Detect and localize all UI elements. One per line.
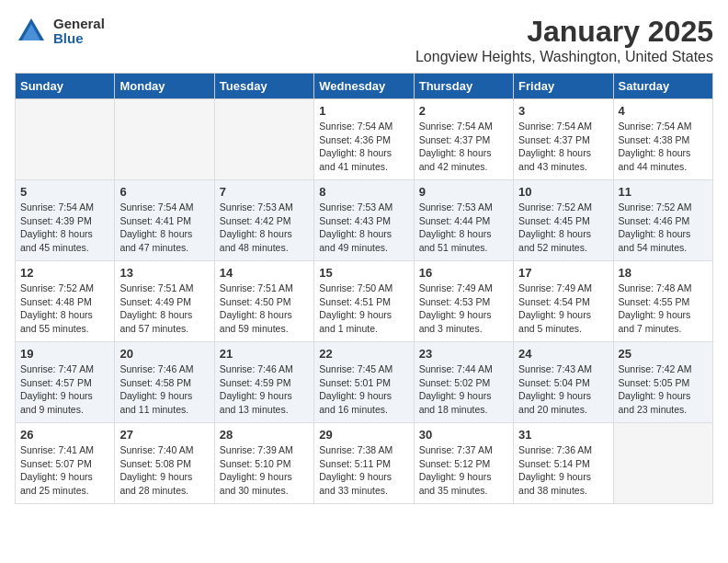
day-number-9: 9: [419, 185, 508, 199]
calendar-cell-week2-day6: 11Sunrise: 7:52 AM Sunset: 4:46 PM Dayli…: [613, 180, 712, 261]
day-info-10: Sunrise: 7:52 AM Sunset: 4:45 PM Dayligh…: [518, 201, 608, 255]
weekday-header-row: SundayMondayTuesdayWednesdayThursdayFrid…: [16, 74, 713, 99]
day-info-27: Sunrise: 7:40 AM Sunset: 5:08 PM Dayligh…: [119, 443, 209, 498]
day-number-6: 6: [119, 185, 209, 199]
calendar-cell-week4-day6: 25Sunrise: 7:42 AM Sunset: 5:05 PM Dayli…: [613, 342, 712, 423]
day-info-15: Sunrise: 7:50 AM Sunset: 4:51 PM Dayligh…: [319, 282, 408, 336]
day-info-16: Sunrise: 7:49 AM Sunset: 4:53 PM Dayligh…: [419, 282, 508, 336]
calendar-cell-week3-day6: 18Sunrise: 7:48 AM Sunset: 4:55 PM Dayli…: [613, 261, 712, 342]
day-info-31: Sunrise: 7:36 AM Sunset: 5:14 PM Dayligh…: [518, 443, 608, 498]
day-number-26: 26: [20, 428, 109, 442]
day-info-23: Sunrise: 7:44 AM Sunset: 5:02 PM Dayligh…: [419, 362, 508, 417]
calendar-cell-week2-day5: 10Sunrise: 7:52 AM Sunset: 4:45 PM Dayli…: [514, 180, 613, 261]
calendar-cell-week2-day2: 7Sunrise: 7:53 AM Sunset: 4:42 PM Daylig…: [214, 180, 313, 261]
calendar-cell-week5-day4: 30Sunrise: 7:37 AM Sunset: 5:12 PM Dayli…: [414, 423, 513, 504]
day-info-2: Sunrise: 7:54 AM Sunset: 4:37 PM Dayligh…: [419, 120, 508, 174]
logo-general-text: General: [53, 17, 105, 32]
day-number-23: 23: [419, 347, 508, 361]
day-number-31: 31: [518, 428, 608, 442]
day-number-7: 7: [220, 185, 309, 199]
calendar-cell-week1-day1: [115, 99, 214, 180]
calendar-cell-week5-day1: 27Sunrise: 7:40 AM Sunset: 5:08 PM Dayli…: [115, 423, 214, 504]
calendar-cell-week1-day2: [214, 99, 313, 180]
week-row-1: 1Sunrise: 7:54 AM Sunset: 4:36 PM Daylig…: [16, 99, 713, 180]
weekday-header-thursday: Thursday: [414, 74, 513, 99]
day-number-29: 29: [319, 428, 408, 442]
day-info-6: Sunrise: 7:54 AM Sunset: 4:41 PM Dayligh…: [119, 201, 209, 255]
page-header: General Blue January 2025 Longview Heigh…: [15, 15, 713, 65]
logo-blue-text: Blue: [53, 31, 105, 47]
calendar-cell-week3-day1: 13Sunrise: 7:51 AM Sunset: 4:49 PM Dayli…: [115, 261, 214, 342]
weekday-header-friday: Friday: [514, 74, 613, 99]
day-info-3: Sunrise: 7:54 AM Sunset: 4:37 PM Dayligh…: [518, 120, 608, 174]
day-number-30: 30: [419, 428, 508, 442]
day-number-17: 17: [518, 266, 608, 280]
day-info-1: Sunrise: 7:54 AM Sunset: 4:36 PM Dayligh…: [319, 120, 408, 174]
day-number-8: 8: [319, 185, 408, 199]
day-number-27: 27: [119, 428, 209, 442]
day-info-8: Sunrise: 7:53 AM Sunset: 4:43 PM Dayligh…: [319, 201, 408, 255]
day-info-25: Sunrise: 7:42 AM Sunset: 5:05 PM Dayligh…: [619, 362, 708, 417]
day-number-13: 13: [119, 266, 209, 280]
day-info-18: Sunrise: 7:48 AM Sunset: 4:55 PM Dayligh…: [619, 282, 708, 336]
day-info-17: Sunrise: 7:49 AM Sunset: 4:54 PM Dayligh…: [518, 282, 608, 336]
day-info-19: Sunrise: 7:47 AM Sunset: 4:57 PM Dayligh…: [20, 362, 109, 417]
calendar-cell-week1-day3: 1Sunrise: 7:54 AM Sunset: 4:36 PM Daylig…: [314, 99, 414, 180]
calendar-cell-week2-day3: 8Sunrise: 7:53 AM Sunset: 4:43 PM Daylig…: [314, 180, 414, 261]
day-info-11: Sunrise: 7:52 AM Sunset: 4:46 PM Dayligh…: [619, 201, 708, 255]
calendar-cell-week3-day5: 17Sunrise: 7:49 AM Sunset: 4:54 PM Dayli…: [514, 261, 613, 342]
day-number-28: 28: [220, 428, 309, 442]
calendar-cell-week3-day3: 15Sunrise: 7:50 AM Sunset: 4:51 PM Dayli…: [314, 261, 414, 342]
week-row-3: 12Sunrise: 7:52 AM Sunset: 4:48 PM Dayli…: [16, 261, 713, 342]
day-info-26: Sunrise: 7:41 AM Sunset: 5:07 PM Dayligh…: [20, 443, 109, 498]
weekday-header-monday: Monday: [115, 74, 214, 99]
month-title: January 2025: [415, 15, 713, 49]
day-number-14: 14: [220, 266, 309, 280]
day-number-15: 15: [319, 266, 408, 280]
calendar-cell-week4-day3: 22Sunrise: 7:45 AM Sunset: 5:01 PM Dayli…: [314, 342, 414, 423]
day-info-14: Sunrise: 7:51 AM Sunset: 4:50 PM Dayligh…: [220, 282, 309, 336]
day-number-20: 20: [119, 347, 209, 361]
day-number-25: 25: [619, 347, 708, 361]
week-row-5: 26Sunrise: 7:41 AM Sunset: 5:07 PM Dayli…: [16, 423, 713, 504]
week-row-2: 5Sunrise: 7:54 AM Sunset: 4:39 PM Daylig…: [16, 180, 713, 261]
day-number-3: 3: [518, 104, 608, 118]
calendar-cell-week1-day0: [16, 99, 115, 180]
calendar-cell-week5-day3: 29Sunrise: 7:38 AM Sunset: 5:11 PM Dayli…: [314, 423, 414, 504]
calendar-cell-week5-day2: 28Sunrise: 7:39 AM Sunset: 5:10 PM Dayli…: [214, 423, 313, 504]
weekday-header-tuesday: Tuesday: [214, 74, 313, 99]
day-number-21: 21: [220, 347, 309, 361]
title-section: January 2025 Longview Heights, Washingto…: [415, 15, 713, 65]
day-number-4: 4: [619, 104, 708, 118]
day-info-9: Sunrise: 7:53 AM Sunset: 4:44 PM Dayligh…: [419, 201, 508, 255]
day-number-2: 2: [419, 104, 508, 118]
day-number-19: 19: [20, 347, 109, 361]
calendar-cell-week5-day0: 26Sunrise: 7:41 AM Sunset: 5:07 PM Dayli…: [16, 423, 115, 504]
weekday-header-saturday: Saturday: [613, 74, 712, 99]
day-info-12: Sunrise: 7:52 AM Sunset: 4:48 PM Dayligh…: [20, 282, 109, 336]
calendar-cell-week1-day4: 2Sunrise: 7:54 AM Sunset: 4:37 PM Daylig…: [414, 99, 513, 180]
day-number-12: 12: [20, 266, 109, 280]
day-info-4: Sunrise: 7:54 AM Sunset: 4:38 PM Dayligh…: [619, 120, 708, 174]
calendar-cell-week2-day0: 5Sunrise: 7:54 AM Sunset: 4:39 PM Daylig…: [16, 180, 115, 261]
day-number-24: 24: [518, 347, 608, 361]
calendar-cell-week4-day1: 20Sunrise: 7:46 AM Sunset: 4:58 PM Dayli…: [115, 342, 214, 423]
day-number-5: 5: [20, 185, 109, 199]
calendar-cell-week1-day5: 3Sunrise: 7:54 AM Sunset: 4:37 PM Daylig…: [514, 99, 613, 180]
calendar-cell-week3-day4: 16Sunrise: 7:49 AM Sunset: 4:53 PM Dayli…: [414, 261, 513, 342]
day-info-21: Sunrise: 7:46 AM Sunset: 4:59 PM Dayligh…: [220, 362, 309, 417]
day-info-30: Sunrise: 7:37 AM Sunset: 5:12 PM Dayligh…: [419, 443, 508, 498]
day-info-5: Sunrise: 7:54 AM Sunset: 4:39 PM Dayligh…: [20, 201, 109, 255]
calendar-table: SundayMondayTuesdayWednesdayThursdayFrid…: [15, 73, 713, 504]
day-info-13: Sunrise: 7:51 AM Sunset: 4:49 PM Dayligh…: [119, 282, 209, 336]
calendar-cell-week4-day2: 21Sunrise: 7:46 AM Sunset: 4:59 PM Dayli…: [214, 342, 313, 423]
weekday-header-wednesday: Wednesday: [314, 74, 414, 99]
week-row-4: 19Sunrise: 7:47 AM Sunset: 4:57 PM Dayli…: [16, 342, 713, 423]
day-number-1: 1: [319, 104, 408, 118]
calendar-cell-week4-day4: 23Sunrise: 7:44 AM Sunset: 5:02 PM Dayli…: [414, 342, 513, 423]
logo-icon: [15, 15, 48, 48]
day-info-28: Sunrise: 7:39 AM Sunset: 5:10 PM Dayligh…: [220, 443, 309, 498]
calendar-cell-week3-day0: 12Sunrise: 7:52 AM Sunset: 4:48 PM Dayli…: [16, 261, 115, 342]
calendar-cell-week5-day6: [613, 423, 712, 504]
location-title: Longview Heights, Washington, United Sta…: [415, 49, 713, 65]
